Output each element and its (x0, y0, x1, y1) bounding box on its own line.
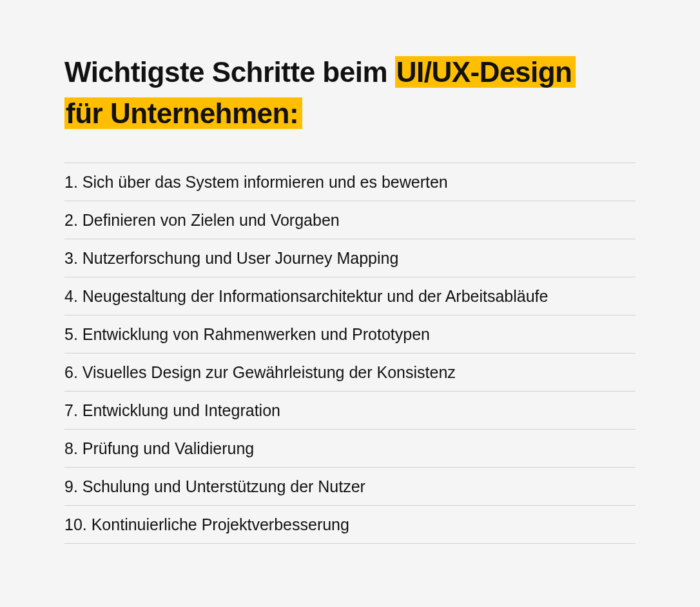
steps-list: 1. Sich über das System informieren und … (64, 163, 636, 544)
list-item: 5. Entwicklung von Rahmenwerken und Prot… (64, 315, 636, 353)
list-item: 8. Prüfung und Validierung (64, 429, 636, 467)
list-item: 10. Kontinuierliche Projektverbesserung (64, 505, 636, 544)
list-item: 2. Definieren von Zielen und Vorgaben (64, 201, 636, 239)
list-item: 3. Nutzerforschung und User Journey Mapp… (64, 239, 636, 277)
list-item: 1. Sich über das System informieren und … (64, 163, 636, 201)
list-item: 9. Schulung und Unterstützung der Nutzer (64, 467, 636, 505)
list-item: 4. Neugestaltung der Informationsarchite… (64, 277, 636, 315)
page-title: Wichtigste Schritte beim UI/UX-Designfür… (64, 52, 636, 134)
title-highlight-1: UI/UX-Design (395, 56, 576, 88)
list-item: 7. Entwicklung und Integration (64, 391, 636, 429)
title-plain: Wichtigste Schritte beim (64, 56, 395, 88)
list-item: 6. Visuelles Design zur Gewährleistung d… (64, 353, 636, 391)
title-highlight-2: für Unternehmen: (64, 97, 302, 129)
